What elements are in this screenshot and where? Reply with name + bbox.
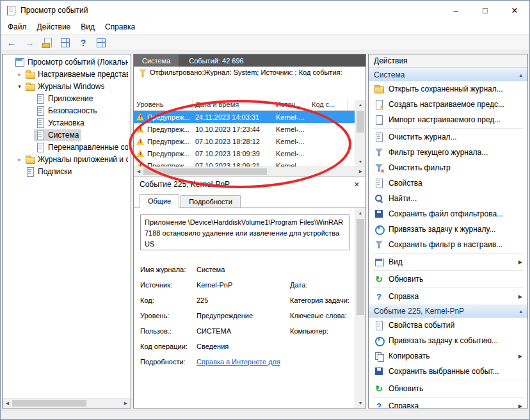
table-icon[interactable] (60, 37, 71, 49)
tree-horizontal-scrollbar[interactable]: ◀ ▶ (3, 398, 131, 408)
close-button[interactable]: ✕ (500, 1, 529, 20)
help-link[interactable]: Справка в Интернете для (197, 358, 290, 366)
action-item[interactable]: Открыть сохраненный журнал... (369, 81, 527, 97)
action-item[interactable]: Сохранить фильтр в настраив... (369, 237, 527, 252)
action-item[interactable]: Очистить фильтр (369, 160, 527, 175)
action-item[interactable]: Создать настраиваемое предс... (369, 97, 527, 112)
scroll-right-icon[interactable]: ▶ (121, 399, 131, 408)
action-item[interactable]: ↻Обновить (369, 271, 527, 287)
scroll-up-icon[interactable]: ▲ (355, 100, 365, 109)
maximize-button[interactable]: □ (470, 1, 500, 20)
scroll-track[interactable] (12, 399, 121, 408)
tree-item[interactable]: Приложение (3, 92, 131, 104)
action-item[interactable]: Свойства событий (369, 318, 527, 333)
field-value: Предупреждение (197, 312, 290, 319)
tree-item[interactable]: ▸Журналы приложений и сл (3, 153, 131, 165)
tree-item[interactable]: ▾Журналы Windows (3, 80, 131, 92)
detail-tabs: ОбщиеПодробности (134, 192, 365, 208)
table-row[interactable]: Предупреж...24.11.2023 14:03:31Kernel-..… (134, 111, 355, 123)
scroll-left-icon[interactable]: ◀ (134, 167, 143, 177)
scroll-down-icon[interactable]: ▼ (355, 157, 365, 166)
scroll-thumb[interactable] (357, 219, 364, 315)
scroll-track[interactable] (143, 167, 356, 176)
list-horizontal-scrollbar[interactable]: ◀ ▶ (134, 166, 365, 176)
collapsed-twisty-icon[interactable]: ▸ (15, 71, 24, 77)
collapsed-twisty-icon[interactable]: ▸ (15, 156, 24, 163)
field-value: Kernel-PnP (197, 281, 290, 289)
action-item[interactable]: Копировать▶ (369, 348, 527, 364)
collapse-icon[interactable]: ▴ (519, 72, 522, 78)
help-icon: ? (374, 291, 384, 302)
table-row[interactable]: Предупреж...07.10.2023 18:28:12Kernel-..… (134, 135, 355, 147)
table-icon[interactable] (95, 37, 107, 49)
cell-text: Предупреж... (147, 162, 189, 167)
detail-close-icon[interactable]: ✕ (354, 181, 360, 189)
help-icon[interactable]: ? (77, 37, 89, 49)
back-icon[interactable]: ← (6, 37, 17, 49)
scroll-thumb[interactable] (143, 168, 267, 175)
forward-icon[interactable]: → (24, 37, 35, 49)
action-item[interactable]: ↻Обновить (369, 381, 527, 396)
filter-text: Отфильтровано:Журнал: System; Источник: … (150, 69, 342, 76)
action-item[interactable]: Сохранить выбранные событ... (369, 364, 527, 379)
scroll-track[interactable] (355, 218, 365, 398)
action-section-header[interactable]: Событие 225, Kernel-PnP▴ (369, 304, 527, 318)
field-label: Источник: (140, 281, 197, 289)
column-header[interactable]: Дата и время (193, 100, 273, 110)
scroll-thumb[interactable] (357, 111, 364, 133)
list-vertical-scrollbar[interactable]: ▲ ▼ (355, 100, 365, 166)
action-item[interactable]: ?Справка▶ (369, 398, 527, 408)
scroll-right-icon[interactable]: ▶ (356, 167, 365, 177)
action-item[interactable]: Сохранить файл отфильтрова... (369, 206, 527, 222)
warning-icon (136, 138, 145, 145)
column-header[interactable]: Уровень (134, 100, 193, 110)
table-row[interactable]: Предупреж...07.10.2023 18:09:39Kernel-..… (134, 147, 355, 159)
menu-item[interactable]: Справка (100, 22, 140, 31)
event-description[interactable]: Приложение \Device\HarddiskVolume1\Progr… (140, 214, 349, 250)
action-item[interactable]: Найти... (369, 191, 527, 206)
scroll-down-icon[interactable]: ▼ (355, 398, 365, 408)
minimize-button[interactable]: – (441, 1, 470, 20)
log-icon (35, 142, 45, 152)
document-icon[interactable] (42, 37, 53, 49)
event-detail-panel: Событие 225, Kernel-PnP ✕ ОбщиеПодробнос… (134, 176, 365, 408)
detail-title-bar: Событие 225, Kernel-PnP ✕ (134, 177, 365, 192)
action-item[interactable]: Импорт настраиваемого пред... (369, 112, 527, 127)
action-item-label: Обновить (389, 384, 524, 393)
tree-item[interactable]: Система (3, 129, 131, 141)
tree-item[interactable]: Просмотр событий (Локальны (3, 56, 131, 68)
menu-item[interactable]: Действие (32, 22, 76, 31)
field-label: Подробности: (140, 358, 197, 366)
menu-item[interactable]: Файл (3, 22, 32, 31)
expanded-twisty-icon[interactable]: ▾ (15, 83, 24, 90)
cell-text: 07.10.2023 18:09:39 (195, 150, 260, 158)
action-section-header[interactable]: Система▴ (369, 68, 527, 81)
column-header[interactable]: Код с... (309, 100, 348, 110)
event-level-cell: Предупреж... (134, 123, 193, 135)
table-row[interactable]: Предупреж...10.10.2023 17:23:44Kernel-..… (134, 123, 355, 135)
scroll-left-icon[interactable]: ◀ (3, 399, 12, 408)
detail-vertical-scrollbar[interactable]: ▲ ▼ (355, 208, 365, 408)
tree-item[interactable]: Безопасность (3, 104, 131, 117)
warning-icon (136, 113, 145, 120)
action-item[interactable]: Вид▶ (369, 254, 527, 270)
action-item[interactable]: Привязать задачу к событию... (369, 333, 527, 348)
column-header[interactable]: Источ... (273, 100, 309, 110)
action-item[interactable]: Привязать задачу к журналу... (369, 222, 527, 237)
table-row[interactable]: Предупреж...07.10.2023 18:09:21Kernel... (134, 159, 355, 166)
menu-item[interactable]: Вид (76, 22, 100, 31)
tree-item[interactable]: ▸Настраиваемые представле (3, 68, 131, 80)
action-item[interactable]: Свойства (369, 175, 527, 191)
scroll-up-icon[interactable]: ▲ (355, 208, 365, 218)
tree-item[interactable]: Установка (3, 117, 131, 129)
scroll-thumb[interactable] (12, 400, 86, 407)
tab-general[interactable]: Общие (140, 194, 179, 208)
action-item[interactable]: Очистить журнал... (369, 129, 527, 145)
tree-item[interactable]: Подписки (3, 165, 131, 177)
tab-details[interactable]: Подробности (181, 195, 241, 208)
action-item[interactable]: ?Справка▶ (369, 289, 527, 304)
collapse-icon[interactable]: ▴ (519, 308, 522, 314)
action-item[interactable]: Фильтр текущего журнала... (369, 145, 527, 160)
tree-item[interactable]: Перенаправленные соб (3, 141, 131, 153)
scroll-track[interactable] (355, 109, 365, 157)
